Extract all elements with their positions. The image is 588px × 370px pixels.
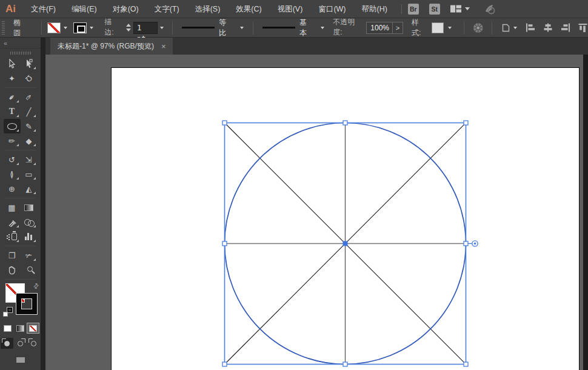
stroke-weight-input[interactable]: 1 pt xyxy=(133,22,158,34)
screen-mode-icon[interactable] xyxy=(16,357,25,363)
close-tab-icon[interactable]: × xyxy=(161,42,166,50)
tool-eraser[interactable]: ◆ xyxy=(21,133,38,148)
tool-width[interactable]: ≬ xyxy=(4,167,21,181)
bridge-button[interactable]: Br xyxy=(408,4,419,15)
width-profile-value: 等比 xyxy=(219,18,233,38)
draw-behind-button[interactable] xyxy=(14,338,27,349)
tool-type[interactable]: T xyxy=(4,104,21,119)
tool-pen[interactable]: ✒ xyxy=(4,90,21,104)
align-left-icon[interactable] xyxy=(526,23,535,32)
tool-paintbrush[interactable]: ✎ xyxy=(21,119,38,133)
document-tab[interactable]: 未标题-1* @ 97% (RGB/预览) × xyxy=(50,38,173,55)
tool-magic-wand[interactable]: ✦ xyxy=(4,71,21,86)
handle-top-center[interactable] xyxy=(343,121,347,125)
stepper-down-icon xyxy=(126,29,131,32)
stroke-swatch-black[interactable] xyxy=(16,294,37,314)
stroke-panel-link[interactable]: 描边: xyxy=(104,17,121,39)
stroke-weight-stepper[interactable] xyxy=(126,24,131,32)
tool-slice[interactable]: ✃ xyxy=(21,248,38,263)
tool-direct-selection[interactable] xyxy=(21,56,38,71)
scale-icon: ⇲ xyxy=(25,155,32,164)
paintbrush-icon: ✎ xyxy=(25,122,32,131)
menu-file[interactable]: 文件(F) xyxy=(23,0,64,18)
tool-shaper[interactable]: ✏ xyxy=(4,133,21,148)
transform-shape-icon xyxy=(500,22,511,33)
tool-rotate[interactable]: ↺ xyxy=(4,152,21,167)
chevron-down-icon xyxy=(513,27,517,29)
menu-window[interactable]: 窗口(W) xyxy=(310,0,353,18)
tool-lasso[interactable]: Ω xyxy=(21,71,38,86)
tool-mesh[interactable]: ▦ xyxy=(4,200,21,215)
menu-effect[interactable]: 效果(C) xyxy=(228,0,269,18)
draw-inside-button[interactable] xyxy=(27,338,40,349)
fill-color-dropdown[interactable] xyxy=(47,22,70,34)
tool-symbol-sprayer[interactable] xyxy=(4,229,21,244)
app-logo[interactable]: Ai xyxy=(0,3,23,15)
chevron-down-icon xyxy=(87,22,96,34)
transform-options[interactable] xyxy=(500,22,517,33)
tool-shape-builder[interactable]: ⊕ xyxy=(4,181,21,196)
tool-gradient[interactable] xyxy=(21,200,38,215)
menu-select[interactable]: 选择(S) xyxy=(187,0,229,18)
stock-button[interactable]: St xyxy=(429,4,440,15)
handle-top-right[interactable] xyxy=(464,121,468,125)
collapse-panel-button[interactable]: « xyxy=(4,39,7,47)
artwork-layer xyxy=(45,55,588,370)
ellipse-icon xyxy=(7,123,17,130)
recolor-artwork-icon[interactable] xyxy=(472,22,484,34)
opacity-panel-link[interactable]: 不透明度: xyxy=(333,17,363,39)
workspace-layout-icon xyxy=(450,5,461,13)
tool-free-transform[interactable]: ▭ xyxy=(21,167,38,181)
tool-artboard[interactable]: ❐ xyxy=(4,248,21,263)
stroke-weight-dropdown[interactable] xyxy=(158,22,167,34)
tool-column-graph[interactable] xyxy=(21,229,38,244)
tool-line-segment[interactable]: ╱ xyxy=(21,104,38,119)
menu-type[interactable]: 文字(T) xyxy=(147,0,187,18)
color-swatch-icon xyxy=(4,325,12,332)
tools-panel-grip[interactable] xyxy=(10,52,31,55)
opacity-input[interactable]: 100% xyxy=(366,22,393,34)
menu-help[interactable]: 帮助(H) xyxy=(354,0,395,18)
active-tool-label: 椭圆 xyxy=(13,18,27,38)
opacity-expand-button[interactable]: > xyxy=(393,22,403,34)
none-button[interactable] xyxy=(27,323,39,333)
handle-bottom-left[interactable] xyxy=(222,362,227,366)
menu-edit[interactable]: 编辑(E) xyxy=(64,0,105,18)
gpu-performance-icon[interactable] xyxy=(483,3,496,15)
tool-blend[interactable] xyxy=(21,215,38,229)
document-tab-bar: 未标题-1* @ 97% (RGB/预览) × xyxy=(45,38,588,55)
canvas[interactable] xyxy=(45,55,588,370)
tool-grid: ▦ xyxy=(0,200,41,244)
align-right-icon[interactable] xyxy=(561,23,570,32)
handle-bottom-right[interactable] xyxy=(464,362,468,366)
gradient-button[interactable] xyxy=(15,323,26,333)
brush-definition-dropdown[interactable]: 基本 xyxy=(262,18,327,38)
width-profile-dropdown[interactable]: 等比 xyxy=(182,18,246,38)
handle-top-left[interactable] xyxy=(222,121,227,125)
color-button[interactable] xyxy=(2,323,13,333)
stroke-color-dropdown[interactable] xyxy=(73,22,96,34)
tool-ellipse[interactable] xyxy=(4,119,21,133)
handle-middle-left[interactable] xyxy=(222,241,227,246)
draw-normal-button[interactable] xyxy=(1,338,13,349)
swap-fill-stroke-icon[interactable]: ⇄ xyxy=(32,281,41,291)
style-dropdown[interactable] xyxy=(432,22,455,34)
menu-object[interactable]: 对象(O) xyxy=(105,0,147,18)
handle-bottom-center[interactable] xyxy=(343,362,347,366)
handle-middle-right[interactable] xyxy=(464,241,468,246)
tool-grid: ❐ ✃ xyxy=(0,248,41,277)
menu-view[interactable]: 视图(V) xyxy=(270,0,311,18)
tool-hand[interactable] xyxy=(4,263,21,277)
default-fill-stroke-icon[interactable] xyxy=(3,308,12,317)
tool-scale[interactable]: ⇲ xyxy=(21,152,38,167)
tool-zoom[interactable] xyxy=(21,263,38,277)
align-center-icon[interactable] xyxy=(543,23,553,32)
workspace-switcher[interactable] xyxy=(450,5,470,13)
align-top-icon[interactable] xyxy=(578,23,588,32)
tool-curvature[interactable]: ✑ xyxy=(21,90,38,104)
panel-grip[interactable] xyxy=(2,21,5,35)
center-anchor-point[interactable] xyxy=(343,241,347,246)
tool-perspective-grid[interactable]: ◭ xyxy=(21,181,38,196)
tool-selection[interactable] xyxy=(4,56,21,71)
tool-eyedropper[interactable] xyxy=(4,215,21,229)
